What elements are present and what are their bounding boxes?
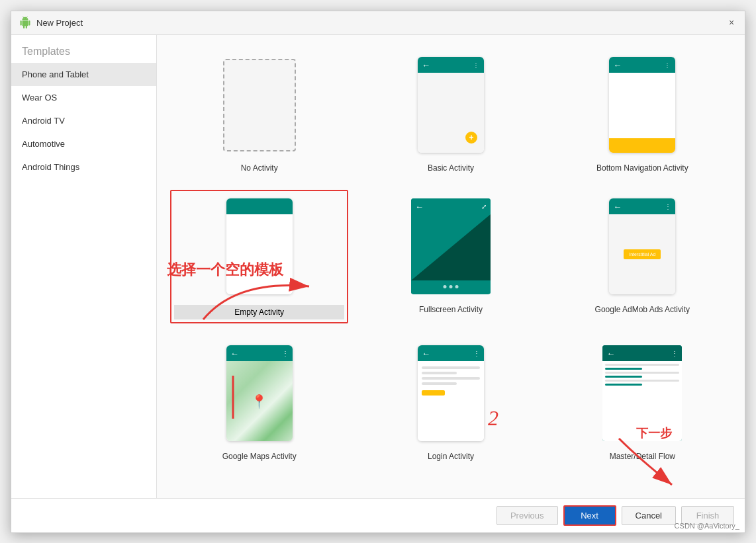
sidebar-item-android-things[interactable]: Android Things <box>11 155 156 179</box>
sidebar-item-wear-os[interactable]: Wear OS <box>11 86 156 109</box>
expand-icon: ⤢ <box>481 203 487 210</box>
basic-activity-preview: ← ⋮ + <box>398 52 504 158</box>
back-arrow-icon3: ← <box>415 202 424 212</box>
template-card-basic-activity[interactable]: ← ⋮ + Basic Activity <box>361 48 540 177</box>
sidebar-item-phone-tablet[interactable]: Phone and Tablet <box>11 63 156 86</box>
sidebar-item-android-tv[interactable]: Android TV <box>11 109 156 132</box>
empty-activity-label: Empty Activity <box>174 305 344 319</box>
master-detail-preview-container: ← ⋮ <box>589 341 695 446</box>
template-card-login[interactable]: ← ⋮ Login Activity <box>361 337 540 465</box>
maps-preview-container: ← ⋮ 📍 <box>207 341 312 446</box>
maps-label: Google Maps Activity <box>222 452 297 461</box>
main-content: No Activity ← ⋮ + <box>157 35 745 498</box>
no-activity-label: No Activity <box>241 163 278 173</box>
menu-dots-icon6: ⋮ <box>671 350 678 357</box>
fullscreen-preview-container: ← ⤢ <box>398 194 504 300</box>
title-bar-left: New Project <box>19 17 83 28</box>
back-arrow-icon6: ← <box>422 349 430 358</box>
title-bar: New Project × <box>11 11 745 35</box>
templates-grid: No Activity ← ⋮ + <box>157 35 745 498</box>
next-button[interactable]: Next <box>563 505 616 526</box>
sidebar-header: Templates <box>11 35 156 63</box>
master-detail-label: Master/Detail Flow <box>610 452 675 461</box>
login-preview-container: ← ⋮ <box>398 341 504 446</box>
back-arrow-icon5: ← <box>230 349 239 358</box>
template-card-empty-activity[interactable]: Empty Activity <box>170 190 348 323</box>
map-pin-icon: 📍 <box>251 394 267 409</box>
sidebar: Templates Phone and Tablet Wear OS Andro… <box>11 35 157 498</box>
template-card-admob[interactable]: ← ⋮ Interstitial Ad Google AdMob Ads Act… <box>553 190 732 323</box>
footer: Previous Next Cancel Finish <box>11 498 745 532</box>
admob-preview-container: ← ⋮ Interstitial Ad <box>589 194 695 300</box>
android-icon <box>19 17 31 28</box>
admob-label: Google AdMob Ads Activity <box>595 305 690 314</box>
template-card-no-activity[interactable]: No Activity <box>170 48 348 177</box>
content-area: Templates Phone and Tablet Wear OS Andro… <box>11 35 745 498</box>
dialog-title: New Project <box>36 18 83 28</box>
bottom-nav-preview: ← ⋮ <box>589 52 695 158</box>
template-card-maps[interactable]: ← ⋮ 📍 Google Maps Activity <box>170 337 348 465</box>
watermark: CSDN @AaVictory_ <box>675 522 739 530</box>
menu-dots-icon5: ⋮ <box>473 350 480 357</box>
interstitial-ad-banner: Interstitial Ad <box>624 249 661 259</box>
back-arrow-icon2: ← <box>613 60 622 70</box>
menu-dots-icon3: ⋮ <box>665 203 671 210</box>
template-card-master-detail[interactable]: ← ⋮ <box>553 337 732 465</box>
back-arrow-icon: ← <box>422 60 430 70</box>
back-arrow-icon7: ← <box>606 349 615 358</box>
bottom-nav-label: Bottom Navigation Activity <box>596 163 688 173</box>
login-label: Login Activity <box>428 452 474 461</box>
sidebar-item-automotive[interactable]: Automotive <box>11 132 156 155</box>
menu-dots-icon2: ⋮ <box>664 62 671 69</box>
template-card-fullscreen[interactable]: ← ⤢ Fullscreen <box>361 190 540 323</box>
fullscreen-label: Fullscreen Activity <box>419 305 483 314</box>
no-activity-preview <box>207 52 312 158</box>
back-arrow-icon4: ← <box>613 202 622 212</box>
close-button[interactable]: × <box>726 17 737 28</box>
empty-activity-preview-container <box>207 194 312 300</box>
new-project-dialog: New Project × Templates Phone and Tablet… <box>11 11 745 533</box>
fab-button: + <box>465 132 477 144</box>
basic-activity-label: Basic Activity <box>428 163 474 173</box>
template-card-bottom-navigation[interactable]: ← ⋮ Bottom Navigation Activity <box>553 48 732 177</box>
menu-dots-icon: ⋮ <box>473 62 480 69</box>
cancel-button[interactable]: Cancel <box>622 506 676 525</box>
menu-dots-icon4: ⋮ <box>282 350 289 357</box>
previous-button[interactable]: Previous <box>496 506 558 525</box>
